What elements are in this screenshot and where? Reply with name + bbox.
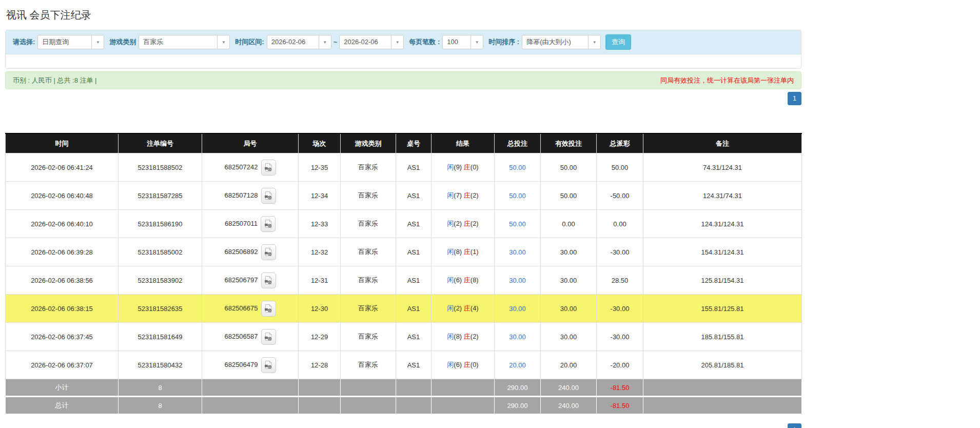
date-to-picker[interactable]: 2026-02-06 ▼ <box>339 35 404 49</box>
cell-table-number: AS1 <box>396 351 432 379</box>
date-from-picker[interactable]: 2026-02-06 ▼ <box>267 35 331 49</box>
table-row: 2026-02-06 06:41:24523181588502682507242… <box>6 153 802 182</box>
result-player-label: 闲 <box>447 248 454 256</box>
cell-game-type: 百家乐 <box>341 153 396 182</box>
result-player-label: 闲 <box>447 220 454 227</box>
cell-valid-bet: 30.00 <box>541 238 597 266</box>
sort-order-label: 时间排序 : <box>488 37 519 47</box>
total-bet-link[interactable]: 30.00 <box>509 305 526 313</box>
cell-session: 12-32 <box>299 238 341 266</box>
cell-session: 12-30 <box>299 295 341 323</box>
video-record-icon[interactable] <box>261 329 276 345</box>
footer-session <box>299 397 341 414</box>
cell-game-type: 百家乐 <box>341 266 396 295</box>
search-button[interactable]: 查询 <box>605 34 631 50</box>
total-bet-link[interactable]: 20.00 <box>509 361 526 369</box>
result-banker-count: (1) <box>471 248 479 256</box>
sort-order-dropdown[interactable]: 降幂(由大到小) ▼ <box>522 35 601 49</box>
filter-panel-body <box>6 54 801 68</box>
cell-total-bet: 50.00 <box>495 153 541 182</box>
result-banker-count: (8) <box>471 276 479 284</box>
col-header-valid-bet: 有效投注 <box>541 133 597 153</box>
result-banker-count: (4) <box>471 304 479 312</box>
chevron-down-icon[interactable]: ▼ <box>217 35 229 49</box>
video-record-icon[interactable] <box>261 273 276 288</box>
footer-session <box>299 379 341 397</box>
table-footer: 小计8290.00240.00-81.50总计8290.00240.00-81.… <box>6 379 802 414</box>
chevron-down-icon[interactable]: ▼ <box>588 35 600 49</box>
cell-bet-number: 523181580432 <box>119 351 202 379</box>
result-banker-count: (2) <box>471 220 479 227</box>
chevron-down-icon[interactable]: ▼ <box>91 35 104 49</box>
cell-bet-number: 523181587285 <box>119 182 202 210</box>
round-number-text: 682506479 <box>224 360 258 368</box>
cell-remark: 74.31/124.31 <box>643 153 802 182</box>
summary-bar: 币别 : 人民币 | 总共 :8 注单 | 同局有效投注，统一计算在该局第一张注… <box>5 71 801 89</box>
total-bet-link[interactable]: 50.00 <box>509 192 526 200</box>
chevron-down-icon[interactable]: ▼ <box>471 35 483 49</box>
cell-total-payout: 28.50 <box>597 266 643 295</box>
table-row: 2026-02-06 06:38:15523181582635682506675… <box>6 295 802 323</box>
video-record-icon[interactable] <box>261 357 276 373</box>
footer-total-bet: 290.00 <box>495 397 541 414</box>
date-to-value: 2026-02-06 <box>340 35 391 49</box>
col-header-bet-number: 注单编号 <box>119 133 202 153</box>
cell-table-number: AS1 <box>396 238 432 266</box>
table-row: 2026-02-06 06:37:45523181581649682506587… <box>6 323 802 351</box>
cell-session: 12-31 <box>299 266 341 295</box>
result-banker-label: 庄 <box>464 191 471 199</box>
cell-time: 2026-02-06 06:40:48 <box>6 182 119 210</box>
cell-round-number: 682506479 <box>202 351 299 379</box>
total-bet-link[interactable]: 50.00 <box>509 164 526 171</box>
game-type-dropdown[interactable]: 百家乐 ▼ <box>139 35 230 49</box>
col-header-round-number: 局号 <box>202 133 299 153</box>
query-type-dropdown[interactable]: 日期查询 ▼ <box>37 35 104 49</box>
query-type-label: 请选择: <box>13 37 35 47</box>
filter-panel: 请选择: 日期查询 ▼ 游戏类别 百家乐 ▼ 时间区间: 2026-02-06 … <box>5 30 801 69</box>
cell-time: 2026-02-06 06:38:56 <box>6 266 119 295</box>
cell-round-number: 682506892 <box>202 238 299 266</box>
total-bet-link[interactable]: 30.00 <box>509 248 526 256</box>
total-bet-link[interactable]: 30.00 <box>509 277 526 284</box>
range-separator: ~ <box>334 38 338 46</box>
page-1-button[interactable]: 1 <box>788 92 801 105</box>
page-1-button-bottom[interactable]: 1 <box>788 423 801 428</box>
main-content: 视讯 会员下注纪录 请选择: 日期查询 ▼ 游戏类别 百家乐 ▼ 时间区间: 2… <box>5 8 801 414</box>
video-record-icon[interactable] <box>261 216 276 232</box>
total-bet-link[interactable]: 30.00 <box>509 333 526 341</box>
chevron-down-icon[interactable]: ▼ <box>319 35 331 49</box>
cell-game-type: 百家乐 <box>341 182 396 210</box>
video-record-icon[interactable] <box>261 188 276 204</box>
footer-count: 8 <box>119 379 202 397</box>
footer-remark <box>643 379 802 397</box>
footer-payout: -81.50 <box>597 397 643 414</box>
cell-remark: 205.81/185.81 <box>643 351 802 379</box>
per-page-label: 每页笔数 : <box>409 37 440 47</box>
cell-valid-bet: 0.00 <box>541 210 597 238</box>
col-header-result: 结果 <box>432 133 495 153</box>
result-banker-label: 庄 <box>464 220 471 227</box>
video-record-icon[interactable] <box>261 301 276 317</box>
result-banker-label: 庄 <box>464 304 471 312</box>
result-player-label: 闲 <box>447 163 454 171</box>
pagination-top: 1 <box>5 92 801 105</box>
cell-total-payout: -20.00 <box>597 351 643 379</box>
total-bet-link[interactable]: 50.00 <box>509 220 526 228</box>
result-banker-label: 庄 <box>464 163 471 171</box>
per-page-dropdown[interactable]: 100 ▼ <box>442 35 483 49</box>
footer-game-type <box>341 397 396 414</box>
cell-remark: 124.31/124.31 <box>643 210 802 238</box>
cell-total-bet: 30.00 <box>495 266 541 295</box>
table-row: 2026-02-06 06:38:56523181583902682506797… <box>6 266 802 295</box>
footer-valid-bet: 240.00 <box>541 397 597 414</box>
cell-total-bet: 20.00 <box>495 351 541 379</box>
col-header-total-payout: 总派彩 <box>597 133 643 153</box>
cell-result: 闲(2) 庄(4) <box>432 295 495 323</box>
video-record-icon[interactable] <box>261 244 276 260</box>
video-record-icon[interactable] <box>261 160 276 176</box>
chevron-down-icon[interactable]: ▼ <box>391 35 403 49</box>
cell-valid-bet: 30.00 <box>541 266 597 295</box>
footer-result <box>432 379 495 397</box>
cell-game-type: 百家乐 <box>341 210 396 238</box>
cell-session: 12-34 <box>299 182 341 210</box>
